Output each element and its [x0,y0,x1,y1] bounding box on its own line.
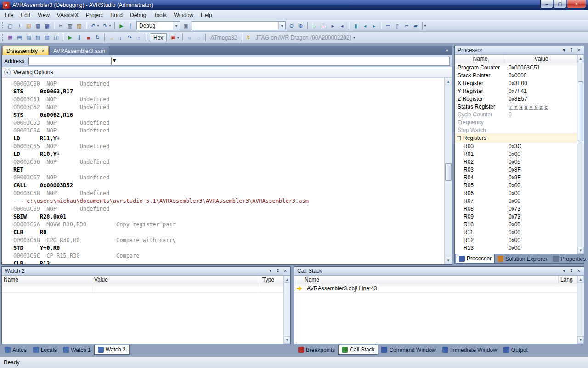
registers-group-row[interactable]: −Registers [455,134,577,142]
document-tab-avrassembler3-asm[interactable]: AVRAssembler3.asm [49,46,109,55]
minimize-button[interactable]: – [540,0,553,8]
toolbar-grip[interactable] [2,34,4,41]
status-flag-s[interactable]: S [524,105,528,110]
column-header-name[interactable]: Name [2,276,92,284]
panel-tab-properties[interactable]: Properties [550,254,588,263]
debug-toolbar-options-dropdown[interactable]: ▾ [352,33,356,42]
processor-row[interactable]: R060x00 [455,189,577,197]
toolbox-dropdown[interactable]: ▾ [176,33,180,42]
reset-stopwatch-icon[interactable]: ◌ [194,33,203,42]
callstack-scrollbar[interactable]: ▲ ▼ [577,276,584,344]
processor-scrollbar[interactable]: ▲ ▼ [577,55,584,254]
scroll-down-icon[interactable]: ▼ [577,336,584,344]
address-input[interactable] [28,57,112,65]
step-into-icon[interactable]: ↓ [116,33,125,42]
collapse-expander-icon[interactable]: − [457,136,461,140]
menu-build[interactable]: Build [107,11,126,20]
watch-panel-header[interactable]: Watch 2 ▼ ↧ ✕ [2,267,290,276]
toggle-bookmark-icon[interactable]: ▮ [351,22,360,30]
continue-icon[interactable]: ▶ [66,33,74,42]
menu-vassistx[interactable]: VAssistX [53,11,82,20]
chevron-down-icon[interactable]: ▼ [112,57,117,65]
processor-row[interactable]: Y Register0x7F41 [455,87,577,95]
panel-tab-solution-explorer[interactable]: Solution Explorer [495,254,550,263]
scroll-up-icon[interactable]: ▲ [577,55,584,62]
bottom-tab-watch-2[interactable]: Watch 2 [94,345,130,355]
hex-toggle-button[interactable]: Hex [150,33,167,42]
menu-file[interactable]: File [1,11,17,20]
callstack-row[interactable]: AVRAssembler3.obj! Line:43 [294,284,577,293]
bottom-tab-command-window[interactable]: Command Window [378,345,439,355]
processor-row[interactable]: R070x00 [455,197,577,205]
code-scrollbar[interactable]: ▲ ▼ [444,78,452,264]
previous-bookmark-icon[interactable]: ◂ [361,22,369,30]
status-flag-i[interactable]: I [509,105,513,110]
io-view-icon[interactable]: ▤ [15,33,24,42]
bottom-tab-breakpoints[interactable]: Breakpoints [295,345,338,355]
chevron-down-icon[interactable]: ▼ [173,22,180,30]
processor-row[interactable]: Status RegisterITHSVNZC [455,103,577,110]
cut-icon[interactable]: ✂ [57,22,65,30]
processor-row[interactable]: R120x00 [455,236,577,244]
break-all-icon[interactable]: ∥ [126,22,135,30]
find-in-files-icon[interactable]: ⊕ [296,22,305,30]
watch-scrollbar[interactable]: ▲ ▼ [283,276,290,344]
debug-configuration-select[interactable]: Debug ▼ [136,21,180,30]
document-tab-disassembly[interactable]: Disassembly× [2,46,49,55]
save-all-icon[interactable]: ▩ [43,22,51,30]
solution-configurations-icon[interactable]: ▣ [181,22,190,30]
status-flag-c[interactable]: C [544,105,548,110]
close-icon[interactable]: ✕ [575,47,582,54]
chevron-down-icon[interactable]: ▼ [278,22,285,30]
processor-row[interactable]: Stack Pointer0x0000 [455,71,577,79]
collapse-chevron-icon[interactable]: ▼ [4,69,11,75]
processor-row[interactable]: Frequency [455,118,577,126]
copy-icon[interactable]: ▥ [66,22,74,30]
new-vertical-tab-group-icon[interactable]: ▯ [393,22,401,30]
menu-debug[interactable]: Debug [126,11,150,20]
disassembly-view-icon[interactable]: ▧ [43,33,51,42]
column-header-name[interactable]: Name [455,55,506,63]
disassembly-view[interactable]: 00003C60 NOP UndefinedSTS 0x0063,R170000… [2,78,452,264]
scroll-thumb[interactable] [445,163,452,181]
save-icon[interactable]: ▦ [34,22,42,30]
callstack-panel-header[interactable]: Call Stack ▼ ↧ ✕ [294,267,584,276]
bottom-tab-watch-1[interactable]: Watch 1 [60,345,94,355]
watch-view-icon[interactable]: ◫ [52,33,61,42]
viewing-options-bar[interactable]: ▼ Viewing Options [2,67,452,78]
processor-row[interactable]: R010x00 [455,150,577,158]
watch-name-cell[interactable] [2,284,92,292]
toolbar-options-dropdown[interactable]: ▾ [423,22,427,30]
menu-help[interactable]: Help [197,11,216,20]
bottom-tab-autos[interactable]: Autos [1,345,30,355]
scroll-up-icon[interactable]: ▲ [284,276,290,283]
dock-document-icon[interactable]: ▰ [411,22,420,30]
next-bookmark-icon[interactable]: ▸ [370,22,379,30]
restart-debugging-icon[interactable]: ↻ [93,33,102,42]
close-button[interactable]: × [567,0,586,8]
pin-icon[interactable]: ↧ [568,268,575,275]
active-files-dropdown-icon[interactable]: ▼ [445,49,452,55]
window-position-icon[interactable]: ▼ [267,268,274,275]
find-next-icon[interactable]: ⊙ [287,22,296,30]
show-next-statement-icon[interactable]: → [107,33,116,42]
device-programming-icon[interactable]: ▦ [6,33,15,42]
processor-row[interactable]: R110x00 [455,228,577,236]
title-bar[interactable]: A AVRAssembler3 (Debugging) - AVRStudio … [0,0,588,10]
processor-row[interactable]: Z Register0x8E57 [455,95,577,103]
processor-row[interactable]: Program Counter0x00003C51 [455,63,577,71]
undo-dropdown[interactable]: ▾ [96,22,100,30]
processor-row[interactable]: R130x00 [455,244,577,252]
processor-panel-header[interactable]: Processor ▼ ↧ ✕ [455,46,584,55]
processor-row[interactable]: R100x00 [455,220,577,228]
find-input[interactable] [192,22,278,30]
new-project-icon[interactable]: ▢ [6,22,15,30]
column-header-value[interactable]: Value [506,55,577,63]
toolbar-grip[interactable] [2,22,4,29]
step-over-icon[interactable]: ↷ [125,33,134,42]
column-header-name[interactable]: Name [294,276,559,284]
menu-tools[interactable]: Tools [150,11,170,20]
watch-empty-row[interactable] [2,284,283,293]
memory-view-icon[interactable]: ▨ [34,33,42,42]
bottom-tab-call-stack[interactable]: Call Stack [338,345,378,355]
